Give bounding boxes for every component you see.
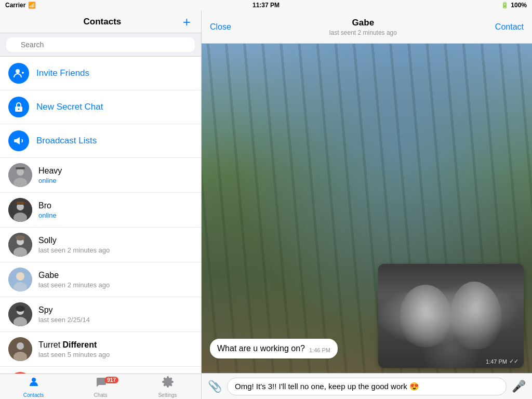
contact-status-solly: last seen 2 minutes ago xyxy=(38,246,193,254)
new-secret-chat-item[interactable]: New Secret Chat xyxy=(0,90,201,124)
contact-item-gabe[interactable]: Gabe last seen 2 minutes ago xyxy=(0,262,201,297)
settings-tab-icon xyxy=(162,376,174,391)
person-add-icon xyxy=(13,68,24,79)
messages-area: What are u working on? 1:46 PM 1:47 PM ✓… xyxy=(202,334,532,373)
avatar-gabe-img xyxy=(8,268,32,291)
tab-settings[interactable]: Settings xyxy=(134,376,201,398)
wifi-icon: 📶 xyxy=(28,2,36,9)
contact-info-solly: Solly last seen 2 minutes ago xyxy=(38,236,193,254)
avatar-solly-img xyxy=(8,233,32,257)
tab-settings-label: Settings xyxy=(158,392,177,398)
avatar-heavy-img xyxy=(8,163,32,187)
mic-button[interactable]: 🎤 xyxy=(512,380,526,393)
svg-point-0 xyxy=(16,69,20,73)
message-image xyxy=(378,264,524,368)
broadcast-lists-item[interactable]: Broadcast Lists xyxy=(0,124,201,158)
avatar-solly xyxy=(8,233,32,257)
svg-point-4 xyxy=(18,109,20,110)
message-image-wrap: 1:47 PM ✓✓ xyxy=(378,264,524,368)
avatar-heavy xyxy=(8,163,32,187)
message-text-1: What are u working on? xyxy=(217,344,305,353)
svg-rect-8 xyxy=(16,167,25,169)
lock-chat-icon xyxy=(13,101,24,113)
person-icon xyxy=(28,376,40,388)
broadcast-lists-icon xyxy=(8,130,29,151)
add-contact-button[interactable]: + xyxy=(181,15,193,29)
chat-header: Close Gabe last seent 2 minutes ago Cont… xyxy=(202,10,532,44)
contact-info-heavy: Heavy online xyxy=(38,166,193,184)
contact-status-spy: last seen 2/25/14 xyxy=(38,316,193,324)
battery-icon: 🔋 xyxy=(501,2,509,9)
svg-point-6 xyxy=(17,168,24,176)
tab-bar: Contacts 917 Chats Settings xyxy=(0,374,201,399)
avatar-turret-img xyxy=(8,337,32,361)
avatar-spy-img xyxy=(8,302,32,326)
invite-friends-label: Invite Friends xyxy=(36,68,89,78)
avatar-turret xyxy=(8,337,32,361)
tab-chats[interactable]: 917 Chats xyxy=(67,376,134,398)
message-time-1: 1:46 PM xyxy=(309,347,330,353)
contact-name-gabe: Gabe xyxy=(38,271,193,280)
contact-status-gabe: last seen 2 minutes ago xyxy=(38,281,193,289)
chat-status: last seent 2 minutes ago xyxy=(329,29,397,36)
contact-name-spy: Spy xyxy=(38,305,193,315)
megaphone-icon xyxy=(13,135,24,147)
contact-name-turret: Turret Different xyxy=(38,340,193,350)
message-bubble-1: What are u working on? 1:46 PM xyxy=(210,339,338,358)
contact-item-bro[interactable]: Bro online xyxy=(0,193,201,228)
contact-item-solly[interactable]: Solly last seen 2 minutes ago xyxy=(0,228,201,262)
invite-friends-item[interactable]: Invite Friends xyxy=(0,57,201,90)
contact-item-turret[interactable]: Turret Different last seen 5 minutes ago xyxy=(0,332,201,367)
svg-rect-13 xyxy=(17,202,24,204)
invite-friends-icon xyxy=(8,63,29,84)
tab-chats-label: Chats xyxy=(94,392,107,398)
svg-point-32 xyxy=(32,378,36,382)
contacts-title: Contacts xyxy=(24,17,181,27)
svg-point-17 xyxy=(16,235,25,241)
avatar-bro-img xyxy=(8,198,32,222)
attach-button[interactable]: 📎 xyxy=(208,380,222,393)
status-bar-left: Carrier 📶 xyxy=(5,2,36,9)
contact-info-turret: Turret Different last seen 5 minutes ago xyxy=(38,340,193,358)
svg-point-26 xyxy=(17,342,24,350)
contacts-list: Invite Friends New Secret Chat xyxy=(0,57,201,374)
contact-item-gordon[interactable]: G Gordon last seen 10/10/07 xyxy=(0,367,201,374)
contact-status-bro: online xyxy=(38,211,193,219)
contact-status-turret: last seen 5 minutes ago xyxy=(38,351,193,358)
tab-contacts[interactable]: Contacts xyxy=(0,376,67,398)
search-bar: 🔍 xyxy=(0,33,201,57)
avatar-bro xyxy=(8,198,32,222)
contact-item-spy[interactable]: Spy last seen 2/25/14 xyxy=(0,297,201,332)
search-input[interactable] xyxy=(6,37,195,52)
status-bar-time: 11:37 PM xyxy=(252,2,280,9)
gear-icon xyxy=(162,376,174,388)
avatar-gabe xyxy=(8,268,32,291)
status-bar-right: 🔋 100% xyxy=(501,2,527,9)
photo-simulation xyxy=(378,264,524,368)
search-wrap: 🔍 xyxy=(6,37,195,52)
main-layout: Contacts + 🔍 In xyxy=(0,10,532,399)
contact-button[interactable]: Contact xyxy=(495,22,524,32)
new-secret-chat-label: New Secret Chat xyxy=(36,102,103,112)
carrier-label: Carrier xyxy=(5,2,25,9)
right-panel: Close Gabe last seent 2 minutes ago Cont… xyxy=(202,10,532,399)
contact-info-gabe: Gabe last seen 2 minutes ago xyxy=(38,271,193,289)
chat-body: What are u working on? 1:46 PM 1:47 PM ✓… xyxy=(202,44,532,373)
checkmarks-icon: ✓✓ xyxy=(509,358,518,365)
input-bar: 📎 🎤 xyxy=(202,373,532,399)
contacts-header: Contacts + xyxy=(0,10,201,33)
image-time-text: 1:47 PM xyxy=(486,358,507,365)
contact-item-heavy[interactable]: Heavy online xyxy=(0,158,201,193)
battery-label: 100% xyxy=(511,2,527,9)
chat-name: Gabe xyxy=(329,18,397,28)
contact-name-heavy: Heavy xyxy=(38,166,193,176)
close-button[interactable]: Close xyxy=(210,22,231,32)
chat-input-field[interactable] xyxy=(227,378,507,395)
chat-header-center: Gabe last seent 2 minutes ago xyxy=(329,18,397,36)
message-image-time: 1:47 PM ✓✓ xyxy=(486,358,518,365)
svg-point-19 xyxy=(16,272,24,281)
broadcast-lists-label: Broadcast Lists xyxy=(36,136,97,146)
contact-name-solly: Solly xyxy=(38,236,193,245)
avatar-spy xyxy=(8,302,32,326)
contact-status-heavy: online xyxy=(38,177,193,184)
